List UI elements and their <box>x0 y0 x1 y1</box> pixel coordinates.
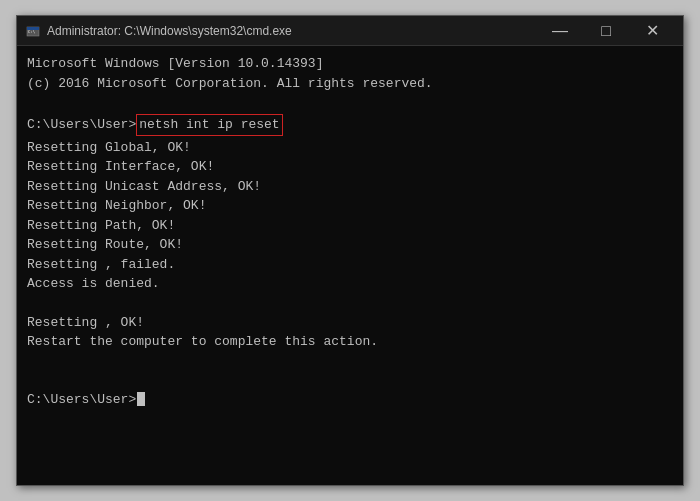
output-line-0: Resetting Global, OK! <box>27 138 673 158</box>
blank-line-2 <box>27 294 673 313</box>
close-button[interactable]: ✕ <box>629 16 675 46</box>
line-version: Microsoft Windows [Version 10.0.14393] <box>27 54 673 74</box>
titlebar-buttons: — □ ✕ <box>537 16 675 46</box>
maximize-button[interactable]: □ <box>583 16 629 46</box>
output-line-7: Access is denied. <box>27 274 673 294</box>
output-line-5: Resetting Route, OK! <box>27 235 673 255</box>
line-copyright: (c) 2016 Microsoft Corporation. All righ… <box>27 74 673 94</box>
command-text: netsh int ip reset <box>136 114 282 136</box>
command-line: C:\Users\User> netsh int ip reset <box>27 114 673 136</box>
output-line-9: Resetting , OK! <box>27 313 673 333</box>
final-prompt: C:\Users\User> <box>27 390 136 410</box>
output-line-6: Resetting , failed. <box>27 255 673 275</box>
terminal-content: Microsoft Windows [Version 10.0.14393] (… <box>17 46 683 485</box>
svg-text:C:\: C:\ <box>28 29 36 34</box>
window-title: Administrator: C:\Windows\system32\cmd.e… <box>47 24 537 38</box>
minimize-button[interactable]: — <box>537 16 583 46</box>
output-line-3: Resetting Neighbor, OK! <box>27 196 673 216</box>
output-line-4: Resetting Path, OK! <box>27 216 673 236</box>
titlebar: C:\ Administrator: C:\Windows\system32\c… <box>17 16 683 46</box>
blank-line-3 <box>27 352 673 371</box>
window-icon: C:\ <box>25 23 41 39</box>
cursor <box>137 392 145 406</box>
output-line-1: Resetting Interface, OK! <box>27 157 673 177</box>
output-line-2: Resetting Unicast Address, OK! <box>27 177 673 197</box>
blank-line-1 <box>27 93 673 112</box>
cmd-window: C:\ Administrator: C:\Windows\system32\c… <box>16 15 684 486</box>
prompt: C:\Users\User> <box>27 115 136 135</box>
final-prompt-line: C:\Users\User> <box>27 390 673 410</box>
blank-line-4 <box>27 371 673 390</box>
output-line-10: Restart the computer to complete this ac… <box>27 332 673 352</box>
